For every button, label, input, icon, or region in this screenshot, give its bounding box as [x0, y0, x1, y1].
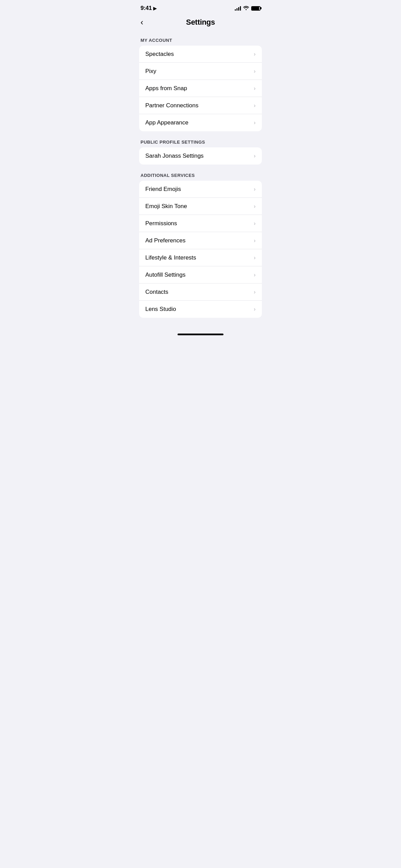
battery-icon — [251, 6, 260, 11]
settings-item-permissions[interactable]: Permissions › — [139, 215, 262, 232]
settings-item-sarah-jonass[interactable]: Sarah Jonass Settings › — [139, 147, 262, 165]
settings-item-friend-emojis[interactable]: Friend Emojis › — [139, 181, 262, 198]
settings-item-autofill-settings[interactable]: Autofill Settings › — [139, 266, 262, 284]
chevron-right-icon: › — [254, 85, 256, 92]
page-title: Settings — [186, 18, 215, 27]
section-label-additional-services: ADDITIONAL SERVICES — [134, 167, 267, 181]
chevron-right-icon: › — [254, 306, 256, 313]
public-profile-group: Sarah Jonass Settings › — [139, 147, 262, 165]
chevron-right-icon: › — [254, 203, 256, 210]
settings-item-pixy[interactable]: Pixy › — [139, 63, 262, 80]
wifi-icon — [243, 5, 249, 11]
status-time: 9:41 — [141, 5, 152, 12]
chevron-right-icon: › — [254, 153, 256, 159]
settings-item-lifestyle-interests[interactable]: Lifestyle & Interests › — [139, 249, 262, 266]
chevron-right-icon: › — [254, 254, 256, 261]
my-account-group: Spectacles › Pixy › Apps from Snap › Par… — [139, 46, 262, 131]
chevron-right-icon: › — [254, 68, 256, 75]
section-label-my-account: MY ACCOUNT — [134, 32, 267, 46]
chevron-right-icon: › — [254, 289, 256, 296]
status-icons — [235, 5, 260, 11]
settings-item-apps-from-snap[interactable]: Apps from Snap › — [139, 80, 262, 97]
chevron-right-icon: › — [254, 102, 256, 109]
settings-item-partner-connections[interactable]: Partner Connections › — [139, 97, 262, 114]
section-label-public-profile: PUBLIC PROFILE SETTINGS — [134, 134, 267, 147]
home-indicator — [178, 334, 223, 335]
status-bar: 9:41 ▶ — [134, 0, 267, 15]
chevron-right-icon: › — [254, 220, 256, 227]
chevron-right-icon: › — [254, 186, 256, 193]
settings-item-lens-studio[interactable]: Lens Studio › — [139, 301, 262, 318]
chevron-right-icon: › — [254, 272, 256, 278]
nav-header: ‹ Settings — [134, 15, 267, 32]
settings-item-app-appearance[interactable]: App Appearance › — [139, 114, 262, 131]
settings-item-contacts[interactable]: Contacts › — [139, 284, 262, 301]
settings-item-ad-preferences[interactable]: Ad Preferences › — [139, 232, 262, 249]
scroll-content: MY ACCOUNT Spectacles › Pixy › Apps from… — [134, 32, 267, 327]
location-icon: ▶ — [153, 5, 157, 11]
chevron-right-icon: › — [254, 237, 256, 244]
chevron-right-icon: › — [254, 119, 256, 126]
signal-bars — [235, 6, 241, 11]
additional-services-group: Friend Emojis › Emoji Skin Tone › Permis… — [139, 181, 262, 318]
settings-item-emoji-skin-tone[interactable]: Emoji Skin Tone › — [139, 198, 262, 215]
settings-item-spectacles[interactable]: Spectacles › — [139, 46, 262, 63]
chevron-right-icon: › — [254, 51, 256, 58]
back-button[interactable]: ‹ — [141, 18, 143, 26]
